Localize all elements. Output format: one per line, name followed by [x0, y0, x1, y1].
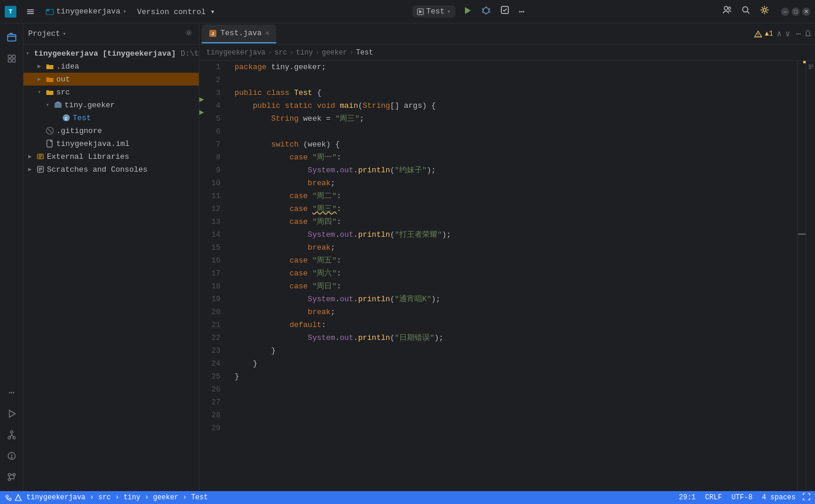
close-button[interactable]: ✕: [802, 8, 810, 16]
tree-label-extlib: External Libraries: [47, 152, 129, 161]
tab-test-java[interactable]: J Test.java ✕: [202, 25, 276, 43]
ln-15: 15: [199, 241, 227, 254]
code-area[interactable]: package tiny.geeker; public class Test {…: [227, 61, 797, 491]
status-project[interactable]: [15, 494, 22, 501]
warning-indicator: ▲1: [754, 30, 773, 38]
bc-geeker[interactable]: geeker: [322, 49, 347, 57]
settings-icon[interactable]: [758, 3, 772, 20]
svg-rect-24: [8, 59, 11, 62]
titlebar-left: T tinygeekerjava ▾ Version control ▾: [5, 5, 220, 19]
status-line-ending[interactable]: CRLF: [703, 493, 725, 502]
expand-icon[interactable]: [803, 493, 810, 503]
minimize-button[interactable]: –: [781, 8, 789, 16]
bc-tiny[interactable]: tiny: [296, 49, 313, 57]
svg-point-36: [8, 474, 11, 476]
status-position[interactable]: 29:1: [677, 493, 698, 502]
main-container: ⋯: [0, 23, 815, 491]
tree-item-idea[interactable]: ▶ .idea: [23, 60, 199, 73]
code-line-29: [227, 422, 797, 435]
svg-rect-2: [27, 13, 34, 14]
tree-label-idea: .idea: [56, 62, 79, 71]
svg-line-31: [9, 435, 12, 437]
tree-arrow-idea: ▶: [35, 62, 43, 70]
tree-item-scratches[interactable]: ▶ Scratches and Consoles: [23, 163, 199, 176]
tree-item-src[interactable]: ▾ src: [23, 86, 199, 98]
tree-item-gitignore[interactable]: ▶ .gitignore: [23, 124, 199, 137]
code-line-27: [227, 396, 797, 409]
tree-item-extlib[interactable]: ▶ External Libraries: [23, 150, 199, 163]
sidebar-icon-run[interactable]: [2, 404, 21, 423]
code-line-19: System.out.println("通宵唱K");: [227, 293, 797, 306]
line-numbers: 1 2 3: [199, 61, 227, 491]
bc-test[interactable]: Test: [356, 49, 373, 57]
coverage-button[interactable]: [498, 3, 512, 20]
tree-label-src: src: [56, 88, 70, 97]
status-encoding[interactable]: UTF-8: [729, 493, 755, 502]
sidebar-icon-git[interactable]: [2, 425, 21, 444]
bc-sep-4: ›: [349, 49, 354, 57]
search-icon[interactable]: [739, 3, 753, 20]
ln-23: 23: [199, 345, 227, 357]
status-indent[interactable]: 4 spaces: [759, 493, 798, 502]
code-line-22: System.out.println("日期错误");: [227, 332, 797, 345]
notifications-icon[interactable]: [803, 30, 813, 38]
svg-point-41: [188, 32, 190, 34]
run-config[interactable]: Test ▾: [412, 5, 456, 18]
structure-icon[interactable]: [807, 63, 814, 73]
file-icon: [46, 139, 54, 148]
editor-gutter: [797, 61, 806, 491]
sidebar-icon-project[interactable]: [2, 28, 21, 47]
bc-src[interactable]: src: [274, 49, 287, 57]
ln-27: 27: [199, 396, 227, 409]
svg-line-14: [489, 12, 490, 12]
project-arrow: ▾: [123, 8, 127, 15]
tree-item-package[interactable]: ▾ tiny.geeker: [23, 98, 199, 111]
svg-point-70: [6, 495, 8, 498]
code-line-3: public class Test {: [227, 87, 797, 100]
vcs-icon[interactable]: [5, 494, 12, 502]
code-line-18: case "周日":: [227, 280, 797, 293]
prev-occurrence[interactable]: ∧: [776, 28, 783, 40]
library-icon: [36, 152, 45, 161]
tree-item-test[interactable]: ▶ C Test: [23, 111, 199, 124]
tree-item-out[interactable]: ▶ out: [23, 73, 199, 86]
more-actions[interactable]: ⋯: [517, 4, 528, 20]
status-breadcrumb[interactable]: tinygeekerjava › src › tiny › geeker › T…: [24, 493, 210, 502]
project-title-arrow[interactable]: ▾: [63, 30, 67, 38]
bc-project[interactable]: tinygeekerjava: [206, 49, 266, 57]
code-line-10: break;: [227, 177, 797, 190]
tree-label-test: Test: [73, 114, 91, 122]
maximize-button[interactable]: □: [792, 8, 800, 16]
code-line-11: case "周二":: [227, 190, 797, 203]
ln-12: 12: [199, 203, 227, 216]
tree-arrow-out: ▶: [35, 75, 43, 83]
svg-line-11: [482, 9, 483, 9]
ln-6: 6: [199, 125, 227, 138]
ln-14: 14: [199, 229, 227, 241]
collab-icon[interactable]: [720, 3, 734, 20]
sidebar-icon-problems[interactable]: [2, 447, 21, 465]
next-occurrence[interactable]: ∨: [784, 28, 791, 40]
project-settings-icon[interactable]: [184, 28, 194, 40]
ln-22: 22: [199, 332, 227, 345]
run-button[interactable]: [460, 5, 474, 19]
tree-label-gitignore: .gitignore: [56, 127, 102, 135]
tab-close-icon[interactable]: ✕: [265, 29, 269, 38]
titlebar: T tinygeekerjava ▾ Version control ▾: [0, 0, 815, 23]
warning-count: ▲1: [765, 30, 773, 38]
sidebar-icon-plugins[interactable]: [2, 49, 21, 68]
menu-hamburger[interactable]: [21, 5, 40, 19]
tree-label-package: tiny.geeker: [64, 101, 115, 110]
version-control-menu[interactable]: Version control ▾: [133, 5, 220, 19]
tree-item-iml[interactable]: ▶ tinygeekjava.iml: [23, 137, 199, 150]
code-editor[interactable]: 1 2 3: [199, 61, 797, 491]
ln-21: 21: [199, 319, 227, 332]
tree-item-root[interactable]: ▾ tinygeekerjava [tinygeekerjava] D:\tin…: [23, 47, 199, 60]
editor-options[interactable]: ⋯: [794, 26, 803, 41]
svg-point-63: [758, 35, 759, 36]
sidebar-icon-more[interactable]: ⋯: [2, 383, 21, 402]
sidebar-icon-vcs[interactable]: [2, 468, 21, 486]
debug-button[interactable]: [479, 5, 493, 19]
project-name[interactable]: tinygeekerjava ▾: [41, 5, 131, 18]
svg-point-18: [743, 7, 748, 12]
